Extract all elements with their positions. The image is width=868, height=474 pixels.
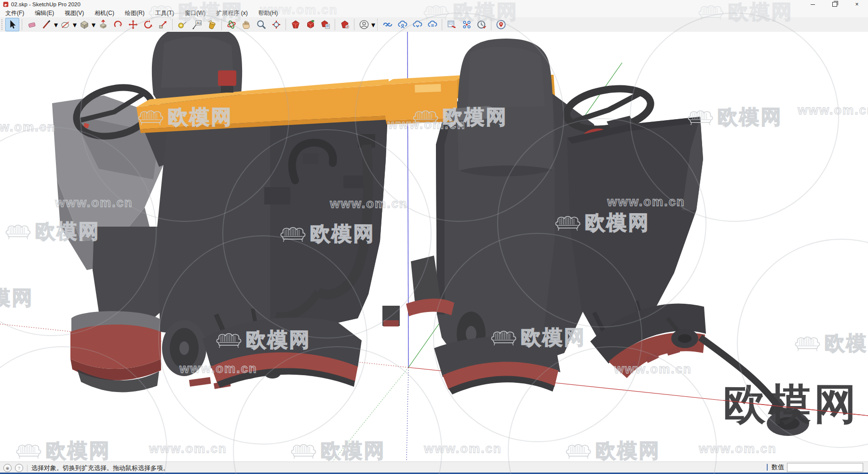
right-rear-squeegee [434,337,560,394]
3d-viewport[interactable]: 欧模网 [0,32,868,462]
menu-item-R[interactable]: 绘图(R) [120,9,150,17]
shapes-icon [60,19,71,30]
dimension-text-icon: A1 [192,19,203,30]
left-scrubber-machine[interactable] [52,32,389,392]
select-icon [7,19,18,30]
sketchup-app-icon [3,1,9,7]
zoom-icon [256,19,267,30]
paint-bucket-tool[interactable] [205,18,219,31]
scale-tool[interactable] [156,18,170,31]
menu-item-x[interactable]: 扩展程序 (x) [211,9,253,17]
cloud-details-tool[interactable] [425,18,439,31]
share-model-tool[interactable] [318,18,332,31]
minimize-button[interactable] [801,0,824,9]
menu-bar: 文件(F)编辑(E)视图(V)相机(C)绘图(R)工具(T)窗口(W)扩展程序 … [0,9,868,18]
statusbar-divider [27,465,27,472]
send-to-layout-tool[interactable] [445,18,459,31]
cloud-details-icon [427,19,438,30]
model-history-icon [476,19,487,30]
status-message: 选择对象。切换到扩充选择。拖动鼠标选择多项。 [31,464,169,473]
line-icon [41,19,52,30]
rotate-tool[interactable] [141,18,155,31]
component-network-tool[interactable] [460,18,474,31]
move-icon [128,19,138,30]
title-bar: 02.skp - SketchUp Pro 2020 × [0,0,868,9]
toolbar-separator [491,19,491,30]
warehouse-swirl-icon [382,19,393,30]
pan-icon [241,19,252,30]
get-models-tool[interactable] [288,18,302,31]
extension-warehouse-icon [339,19,350,30]
eraser-icon [27,19,37,30]
tape-measure-icon [177,19,188,30]
model-canvas[interactable]: 欧模网 [0,32,868,462]
account-tool[interactable] [357,18,371,31]
toolbar: ▾▾▾A1▾ [0,17,868,32]
orbit-icon [226,19,237,30]
menu-item-T[interactable]: 工具(T) [150,9,179,17]
account-icon [359,19,369,30]
restore-icon [832,2,837,7]
toolbar-separator [442,19,442,30]
add-location-tool[interactable] [494,18,508,31]
geolocation-status-icon: ◉ [3,464,12,472]
line-dropdown-arrow[interactable]: ▾ [54,20,58,29]
move-tool[interactable] [126,18,140,31]
toolbar-separator [22,19,22,30]
measurements-input[interactable] [787,463,863,472]
select-tool[interactable] [5,18,19,31]
menu-item-V[interactable]: 视图(V) [59,9,89,17]
extension-warehouse-tool[interactable] [338,18,352,31]
rectangle-dropdown-arrow[interactable]: ▾ [92,20,95,29]
window-title: 02.skp - SketchUp Pro 2020 [11,1,81,7]
component-red-tool[interactable] [303,18,317,31]
toolbar-separator [354,19,354,30]
zoom-tool[interactable] [254,18,268,31]
paint-bucket-icon [207,19,217,30]
rectangle-tool[interactable] [77,18,91,31]
scale-icon [158,19,168,30]
warehouse-swirl-tool[interactable] [380,18,394,31]
get-models-icon [290,19,301,30]
orbit-tool[interactable] [224,18,238,31]
measurements-label: 数值 [772,463,784,472]
close-icon: × [855,1,858,8]
dimension-text-tool[interactable]: A1 [190,18,204,31]
account-dropdown-arrow[interactable]: ▾ [371,20,375,29]
menu-item-H[interactable]: 帮助(H) [253,9,284,17]
close-button[interactable]: × [846,0,868,9]
menu-item-F[interactable]: 文件(F) [0,9,29,17]
pan-tool[interactable] [239,18,253,31]
restore-button[interactable] [824,0,846,9]
shapes-tool[interactable] [58,18,72,31]
right-scrubber-machine[interactable] [382,39,809,436]
add-location-icon [496,19,506,30]
push-pull-icon [98,19,108,30]
model-history-tool[interactable] [475,18,488,31]
shapes-dropdown-arrow[interactable]: ▾ [73,20,77,29]
push-pull-tool[interactable] [96,18,110,31]
cloud-user-icon [397,19,408,30]
minimize-icon [811,4,815,5]
component-network-icon [461,19,472,30]
line-tool[interactable] [40,18,54,31]
rectangle-icon [79,19,90,30]
toolbar-drag-grip[interactable] [1,19,3,30]
follow-me-icon [113,19,123,30]
share-model-icon [320,19,331,30]
cloud-user-tool[interactable] [395,18,409,31]
follow-me-tool[interactable] [111,18,125,31]
menu-item-E[interactable]: 编辑(E) [29,9,59,17]
menu-item-W[interactable]: 窗口(W) [179,9,211,17]
tape-measure-tool[interactable] [175,18,189,31]
eraser-tool[interactable] [25,18,39,31]
menu-item-C[interactable]: 相机(C) [89,9,120,17]
status-bar: ◉ ? 选择对象。切换到扩充选择。拖动鼠标选择多项。 数值 [0,461,868,474]
help-status-icon: ? [15,464,23,472]
cloud-download-icon [412,19,423,30]
rotate-icon [143,19,153,30]
svg-text:A1: A1 [196,21,201,25]
cloud-download-tool[interactable] [410,18,424,31]
zoom-extents-icon [271,19,282,30]
zoom-extents-tool[interactable] [269,18,283,31]
